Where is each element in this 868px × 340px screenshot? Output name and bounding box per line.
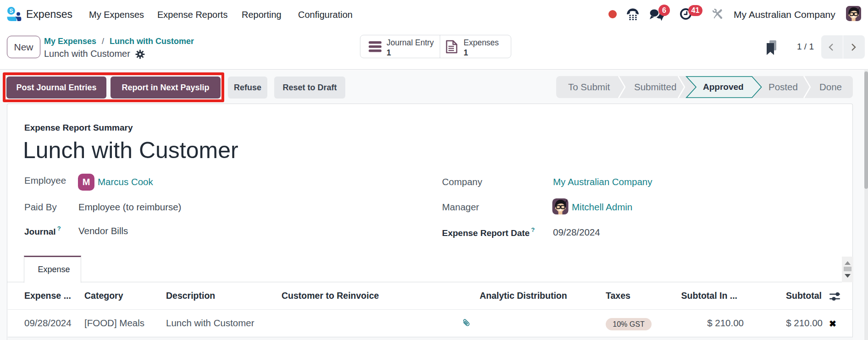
svg-text:S: S (9, 8, 13, 14)
